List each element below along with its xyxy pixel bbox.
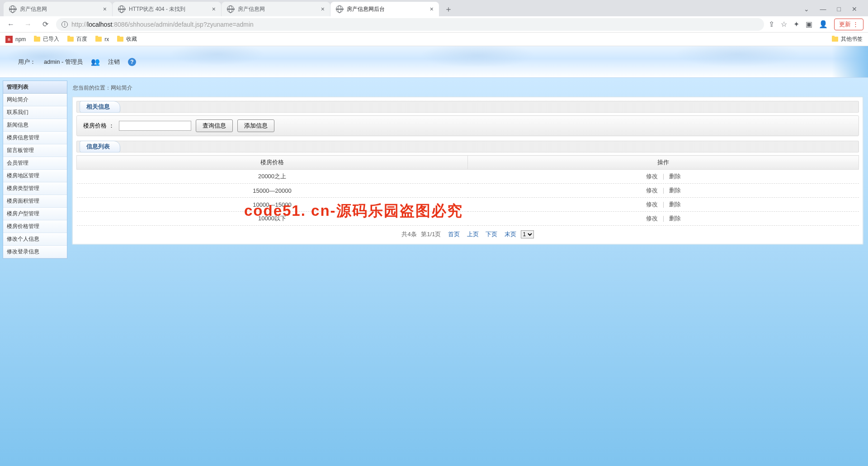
window-dropdown-icon[interactable]: ⌄ (804, 5, 809, 13)
main-layout: 管理列表 网站简介联系我们新闻信息楼房信息管理留言板管理会员管理楼房地区管理楼房… (0, 78, 868, 466)
npm-icon: n (5, 36, 13, 43)
reload-button[interactable]: ⟳ (39, 18, 52, 31)
bookmark-item[interactable]: 收藏 (117, 35, 137, 43)
back-button[interactable]: ← (5, 18, 17, 31)
update-button[interactable]: 更新 ⋮ (834, 19, 863, 30)
address-bar: ← → ⟳ i http://localhost:8086/shhouse/ad… (0, 16, 868, 33)
cell-price: 20000之上 (77, 170, 468, 184)
sidebar-item[interactable]: 楼房户型管理 (3, 208, 67, 220)
sidebar-item[interactable]: 留言板管理 (3, 144, 67, 157)
side-panel-icon[interactable]: ▣ (806, 20, 812, 29)
browser-tab[interactable]: 房产信息网后台× (330, 2, 439, 16)
pager-prev[interactable]: 上页 (467, 231, 479, 238)
cell-ops: 修改｜删除 (468, 198, 859, 212)
table-row: 10000—15000修改｜删除 (77, 198, 859, 212)
filter-row: 楼房价格 ： 查询信息 添加信息 (76, 115, 859, 136)
bookmark-item[interactable]: nnpm (5, 35, 26, 43)
table-row: 20000之上修改｜删除 (77, 170, 859, 184)
new-tab-button[interactable]: ＋ (442, 3, 455, 15)
main-panel: 相关信息 楼房价格 ： 查询信息 添加信息 信息列表 楼房价格 操作 20000… (72, 96, 863, 245)
extensions-icon[interactable]: ✦ (793, 20, 799, 29)
browser-tab[interactable]: 房产信息网× (4, 2, 112, 16)
section-list-title: 信息列表 (80, 141, 120, 152)
folder-icon (832, 37, 838, 42)
tab-close-icon[interactable]: × (103, 5, 107, 13)
delete-link[interactable]: 删除 (669, 173, 681, 180)
sidebar-item[interactable]: 楼房地区管理 (3, 170, 67, 182)
globe-icon (118, 5, 125, 13)
sidebar-item[interactable]: 网站简介 (3, 94, 67, 106)
url-input[interactable]: i http://localhost:8086/shhouse/admin/de… (56, 18, 764, 31)
pager-next[interactable]: 下页 (486, 231, 497, 238)
pager-page: 第1/1页 (421, 231, 441, 238)
section-related-title: 相关信息 (80, 101, 120, 113)
edit-link[interactable]: 修改 (646, 201, 658, 208)
folder-icon (34, 37, 40, 42)
globe-icon (9, 5, 16, 13)
share-icon[interactable]: ⇪ (769, 20, 774, 29)
browser-tab[interactable]: HTTP状态 404 - 未找到× (113, 2, 221, 16)
maximize-button[interactable]: □ (837, 5, 841, 13)
sidebar-item[interactable]: 新闻信息 (3, 119, 67, 132)
tab-title: 房产信息网后台 (347, 5, 426, 13)
edit-link[interactable]: 修改 (646, 173, 658, 180)
sidebar-item[interactable]: 楼房价格管理 (3, 220, 67, 233)
pager: 共4条 第1/1页 首页 上页 下页 末页 1 (76, 226, 859, 240)
data-table: 楼房价格 操作 20000之上修改｜删除15000—20000修改｜删除1000… (76, 155, 859, 226)
bookmark-item[interactable]: rx (95, 35, 109, 43)
table-row: 15000—20000修改｜删除 (77, 184, 859, 198)
cell-ops: 修改｜删除 (468, 184, 859, 198)
bookmark-item[interactable]: 已导入 (34, 35, 59, 43)
other-bookmarks[interactable]: 其他书签 (832, 35, 863, 43)
globe-icon (227, 5, 234, 13)
sidebar-item[interactable]: 修改登录信息 (3, 246, 67, 258)
bookmark-label: 已导入 (43, 35, 59, 43)
bookmark-label: 百度 (76, 35, 87, 43)
user-value: admin - 管理员 (44, 58, 83, 66)
forward-button[interactable]: → (22, 18, 34, 31)
delete-link[interactable]: 删除 (669, 187, 681, 194)
sidebar-item[interactable]: 楼房信息管理 (3, 132, 67, 144)
sidebar-item[interactable]: 会员管理 (3, 157, 67, 170)
edit-link[interactable]: 修改 (646, 215, 658, 222)
window-controls: ⌄ ― □ ✕ (804, 5, 864, 13)
profile-icon[interactable]: 👤 (819, 20, 828, 29)
cell-price: 10000以下 (77, 212, 468, 226)
pager-last[interactable]: 末页 (505, 231, 516, 238)
site-info-icon[interactable]: i (61, 21, 68, 28)
pager-select[interactable]: 1 (521, 230, 534, 238)
filter-label: 楼房价格 ： (83, 122, 114, 130)
bookmark-label: rx (104, 36, 109, 43)
delete-link[interactable]: 删除 (669, 201, 681, 208)
cell-price: 10000—15000 (77, 198, 468, 212)
sidebar-item[interactable]: 联系我们 (3, 106, 67, 119)
sidebar-item[interactable]: 修改个人信息 (3, 233, 67, 246)
bookmark-star-icon[interactable]: ☆ (781, 20, 787, 29)
help-icon[interactable]: ? (128, 58, 136, 66)
price-input[interactable] (119, 121, 191, 131)
browser-tab[interactable]: 房产信息网× (222, 2, 330, 16)
tab-title: 房产信息网 (238, 5, 317, 13)
close-window-button[interactable]: ✕ (852, 5, 857, 13)
sidebar-item[interactable]: 楼房类型管理 (3, 182, 67, 195)
tab-close-icon[interactable]: × (430, 5, 434, 13)
logout-link[interactable]: 注销 (108, 58, 120, 66)
tab-close-icon[interactable]: × (321, 5, 325, 13)
bookmark-item[interactable]: 百度 (67, 35, 87, 43)
tab-title: HTTP状态 404 - 未找到 (129, 5, 208, 13)
sidebar-item[interactable]: 楼房面积管理 (3, 195, 67, 208)
edit-link[interactable]: 修改 (646, 187, 658, 194)
tab-close-icon[interactable]: × (212, 5, 216, 13)
pager-first[interactable]: 首页 (448, 231, 460, 238)
minimize-button[interactable]: ― (820, 5, 826, 13)
bookmarks-bar: nnpm已导入百度rx收藏 其他书签 (0, 33, 868, 46)
cell-ops: 修改｜删除 (468, 170, 859, 184)
add-button[interactable]: 添加信息 (237, 119, 274, 132)
delete-link[interactable]: 删除 (669, 215, 681, 222)
browser-chrome: 房产信息网×HTTP状态 404 - 未找到×房产信息网×房产信息网后台× ＋ … (0, 0, 868, 46)
pager-total: 共4条 (401, 231, 416, 238)
tab-bar: 房产信息网×HTTP状态 404 - 未找到×房产信息网×房产信息网后台× ＋ … (0, 0, 868, 16)
query-button[interactable]: 查询信息 (196, 119, 233, 132)
app-banner: 用户： admin - 管理员 👥 注销 ? (0, 46, 868, 78)
sidebar-header: 管理列表 (3, 81, 67, 94)
